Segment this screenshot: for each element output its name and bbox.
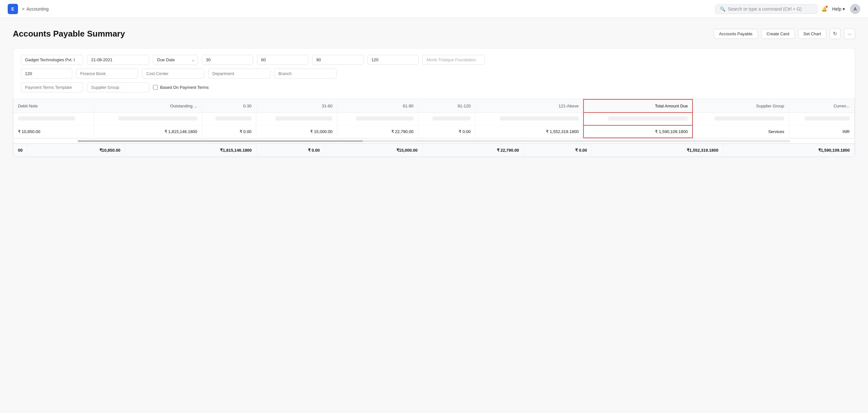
accounts-payable-button[interactable]: Accounts Payable (714, 29, 758, 39)
ageing-based-on-select[interactable]: Due Date (153, 55, 198, 65)
notification-badge (825, 5, 828, 8)
company-filter[interactable] (21, 55, 83, 65)
loading-cell-9 (692, 113, 789, 125)
cost-center-filter[interactable] (142, 69, 204, 78)
table-header-row: Debit Note Outstanding ... 0-30 31-60 61… (13, 99, 855, 113)
finance-book-filter[interactable] (76, 69, 138, 78)
total-61-90: ₹ 22,790.00 (422, 144, 524, 157)
breadcrumb-item-accounting[interactable]: Accounting (26, 6, 49, 11)
filter-row-1: Due Date (21, 55, 847, 65)
filter-row-3: Based On Payment Terms (21, 83, 847, 92)
total-row: 00 ₹10,850.00 ₹1,815,146.1800 ₹ 0.00 ₹15… (13, 144, 855, 157)
based-on-payment-terms-label[interactable]: Based On Payment Terms (153, 85, 209, 90)
cell-61-90: ₹ 22,790.00 (337, 125, 418, 138)
horizontal-scrollbar[interactable] (13, 138, 855, 143)
col-61-90: 61-90 (337, 99, 418, 113)
cell-91-120: ₹ 0.00 (418, 125, 475, 138)
based-on-payment-terms-checkbox[interactable] (153, 85, 158, 90)
refresh-button[interactable]: ↻ (830, 28, 841, 39)
total-outstanding: ₹1,815,146.1800 (125, 144, 256, 157)
filter-row-2 (21, 69, 847, 78)
search-icon: 🔍 (720, 6, 725, 11)
loading-cell-5 (337, 113, 418, 125)
col-currency: Curren... (789, 99, 854, 113)
help-label: Help (832, 6, 841, 11)
cell-total-amount-due: ₹ 1,590,109.1800 (584, 125, 692, 138)
more-options-button[interactable]: ··· (844, 29, 855, 39)
based-on-payment-terms-text: Based On Payment Terms (160, 85, 209, 90)
page-title: Accounts Payable Summary (13, 29, 125, 39)
col-supplier-group: Supplier Group (692, 99, 789, 113)
table-row: ₹ 10,850.00 ₹ 1,815,146.1800 ₹ 0.00 ₹ 15… (13, 125, 855, 138)
breadcrumb: > Accounting (22, 6, 49, 11)
app-logo[interactable]: E (8, 4, 18, 14)
date-filter[interactable] (87, 55, 149, 65)
cell-121-above: ₹ 1,552,319.1800 (475, 125, 584, 138)
avatar[interactable]: A (850, 4, 860, 14)
cell-0-30: ₹ 0.00 (202, 125, 256, 138)
payment-terms-filter[interactable] (21, 83, 83, 92)
loading-cell-2 (94, 113, 202, 125)
branch-filter[interactable] (274, 69, 337, 78)
col-31-60: 31-60 (256, 99, 337, 113)
total-91-120: ₹ 0.00 (524, 144, 592, 157)
range2-filter[interactable] (257, 55, 308, 65)
breadcrumb-separator: > (22, 6, 24, 11)
col-121-above: 121-Above (475, 99, 584, 113)
ageing-based-on-wrap: Due Date (153, 55, 198, 65)
loading-cell-4 (256, 113, 337, 125)
topnav-actions: 🔔 Help ▾ A (822, 4, 860, 14)
chevron-down-icon: ▾ (843, 6, 845, 11)
loading-cell-8 (584, 113, 692, 125)
loading-cell-6 (418, 113, 475, 125)
search-bar[interactable]: 🔍 Search or type a command (Ctrl + G) (715, 4, 818, 14)
cell-debit-note: ₹ 10,850.00 (13, 125, 94, 138)
cell-31-60: ₹ 15,000.00 (256, 125, 337, 138)
col-91-120: 91-120 (418, 99, 475, 113)
col-debit-note: Debit Note (13, 99, 94, 113)
cell-currency: INR (789, 125, 854, 138)
filter-panel: Due Date (13, 49, 855, 99)
loading-cell-1 (13, 113, 94, 125)
total-31-60: ₹15,000.00 (324, 144, 422, 157)
col-total-amount-due: Total Amount Due (584, 99, 692, 113)
table-row-loading (13, 113, 855, 125)
range1-filter[interactable] (202, 55, 253, 65)
page-header: Accounts Payable Summary Accounts Payabl… (13, 28, 855, 39)
total-amount-due: ₹1,590,109.1800 (723, 144, 855, 157)
col-0-30: 0-30 (202, 99, 256, 113)
col-outstanding: Outstanding ... (94, 99, 202, 113)
table-wrap: Debit Note Outstanding ... 0-30 31-60 61… (13, 99, 855, 157)
last-company-filter[interactable] (423, 55, 485, 65)
department-filter[interactable] (208, 69, 271, 78)
search-placeholder: Search or type a command (Ctrl + G) (728, 6, 802, 11)
help-button[interactable]: Help ▾ (832, 6, 845, 11)
range4-filter[interactable] (367, 55, 418, 65)
range4b-filter[interactable] (21, 69, 72, 78)
scrollbar-thumb[interactable] (78, 140, 363, 142)
total-121-above: ₹1,552,319.1800 (592, 144, 723, 157)
supplier-group-filter[interactable] (87, 83, 149, 92)
create-card-button[interactable]: Create Card (761, 29, 795, 39)
total-debit-note: ₹10,850.00 (27, 144, 125, 157)
cell-supplier-group: Services (692, 125, 789, 138)
set-chart-button[interactable]: Set Chart (798, 29, 827, 39)
page-header-actions: Accounts Payable Create Card Set Chart ↻… (714, 28, 855, 39)
total-prefix: 00 (13, 144, 27, 157)
range3-filter[interactable] (312, 55, 364, 65)
topnav: E > Accounting 🔍 Search or type a comman… (0, 0, 868, 18)
totals-table: 00 ₹10,850.00 ₹1,815,146.1800 ₹ 0.00 ₹15… (13, 143, 855, 157)
scrollbar-track (78, 140, 790, 142)
loading-cell-7 (475, 113, 584, 125)
accounts-payable-table: Debit Note Outstanding ... 0-30 31-60 61… (13, 99, 855, 138)
notification-bell[interactable]: 🔔 (822, 6, 827, 11)
page: Accounts Payable Summary Accounts Payabl… (0, 18, 868, 169)
loading-cell-10 (789, 113, 854, 125)
filter-panel-wrap: Due Date (13, 48, 855, 157)
cell-outstanding: ₹ 1,815,146.1800 (94, 125, 202, 138)
loading-cell-3 (202, 113, 256, 125)
total-0-30: ₹ 0.00 (256, 144, 324, 157)
